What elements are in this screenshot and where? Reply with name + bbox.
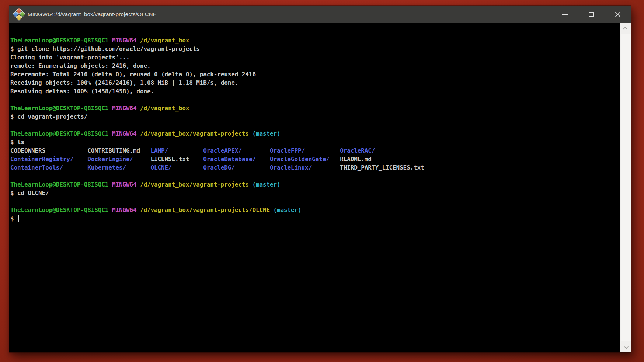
terminal-line — [10, 121, 620, 129]
terminal-line — [10, 95, 620, 104]
minimize-button[interactable] — [551, 6, 578, 23]
maximize-button[interactable] — [578, 6, 605, 23]
window-title: MINGW64:/d/vagrant_box/vagrant-projects/… — [28, 11, 157, 17]
terminal-line: TheLearnLoop@DESKTOP-Q8ISQC1 MINGW64 /d/… — [10, 180, 620, 189]
terminal-line: CODEOWNERS CONTRIBUTING.md LAMP/ OracleA… — [10, 146, 620, 155]
terminal-line: TheLearnLoop@DESKTOP-Q8ISQC1 MINGW64 /d/… — [10, 104, 620, 112]
terminal-body: TheLearnLoop@DESKTOP-Q8ISQC1 MINGW64 /d/… — [9, 23, 631, 352]
terminal-line: $ cd vagrant-projects/ — [10, 112, 620, 121]
terminal-line: $ ls — [10, 138, 620, 146]
close-icon — [615, 11, 621, 17]
terminal-window: MINGW64:/d/vagrant_box/vagrant-projects/… — [9, 6, 631, 352]
terminal-line: $ — [10, 214, 620, 223]
maximize-icon — [589, 12, 594, 17]
minimize-icon — [562, 14, 568, 15]
chevron-down-icon — [624, 344, 629, 349]
chevron-up-icon — [623, 27, 628, 31]
terminal-line: ContainerTools/ Kubernetes/ OLCNE/ Oracl… — [10, 163, 620, 172]
icon-diamond-yellow — [16, 15, 21, 20]
terminal-line — [10, 197, 620, 206]
terminal-line: Receiving objects: 100% (2416/2416), 1.0… — [10, 79, 620, 87]
scrollbar-thumb[interactable] — [621, 34, 631, 341]
terminal-line: Cloning into 'vagrant-projects'... — [10, 53, 620, 62]
terminal-line: Resolving deltas: 100% (1458/1458), done… — [10, 87, 620, 95]
text-cursor — [18, 215, 19, 222]
terminal-line: $ cd OLCNE/ — [10, 189, 620, 197]
close-button[interactable] — [605, 6, 631, 23]
terminal-line: TheLearnLoop@DESKTOP-Q8ISQC1 MINGW64 /d/… — [10, 206, 620, 214]
window-controls — [551, 6, 631, 23]
terminal-line: ContainerRegistry/ DockerEngine/ LICENSE… — [10, 155, 620, 163]
icon-diamond-green — [20, 11, 25, 17]
terminal-line: TheLearnLoop@DESKTOP-Q8ISQC1 MINGW64 /d/… — [10, 36, 620, 45]
terminal-output[interactable]: TheLearnLoop@DESKTOP-Q8ISQC1 MINGW64 /d/… — [9, 23, 620, 352]
msys-diamond-icon — [13, 8, 25, 20]
terminal-line: Receremote: Total 2416 (delta 0), reused… — [10, 70, 620, 79]
scroll-down-button[interactable] — [620, 341, 631, 352]
scrollbar[interactable] — [620, 23, 631, 352]
terminal-line: TheLearnLoop@DESKTOP-Q8ISQC1 MINGW64 /d/… — [10, 129, 620, 138]
title-bar[interactable]: MINGW64:/d/vagrant_box/vagrant-projects/… — [9, 6, 631, 23]
terminal-line: remote: Enumerating objects: 2416, done. — [10, 62, 620, 70]
terminal-line — [10, 172, 620, 180]
terminal-line: $ git clone https://github.com/oracle/va… — [10, 45, 620, 53]
scroll-up-button[interactable] — [620, 23, 631, 34]
